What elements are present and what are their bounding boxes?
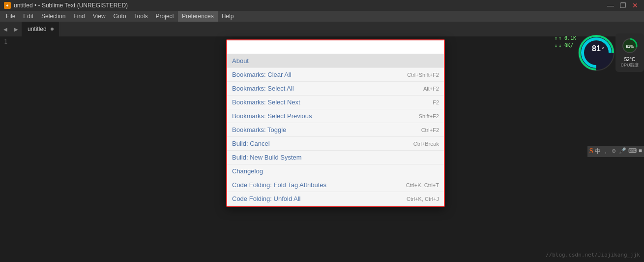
download-speed: ↓ 0K/	[558, 42, 573, 49]
menu-edit[interactable]: Edit	[19, 11, 37, 22]
menu-goto[interactable]: Goto	[110, 11, 130, 22]
menu-selection[interactable]: Selection	[37, 11, 69, 22]
cpu-temp: 52°C	[620, 57, 639, 62]
palette-item-label: Bookmarks: Select Previous	[232, 112, 312, 120]
palette-item-bookmarks-select-all[interactable]: Bookmarks: Select All Alt+F2	[227, 82, 444, 96]
ime-bar[interactable]: S 中 ， ☺ 🎤 ⌨ ■	[587, 146, 644, 157]
menu-find[interactable]: Find	[69, 11, 88, 22]
ime-icon-s[interactable]: S	[589, 147, 593, 156]
title-bar: ● untitled • - Sublime Text (UNREGISTERE…	[0, 0, 644, 11]
palette-item-code-unfold-all[interactable]: Code Folding: Unfold All Ctrl+K, Ctrl+J	[227, 192, 444, 206]
palette-item-shortcut: Ctrl+K, Ctrl+J	[407, 196, 439, 202]
palette-item-shortcut: Ctrl+Break	[413, 141, 439, 147]
tab-modified-indicator	[51, 28, 54, 31]
svg-text:81%: 81%	[626, 44, 634, 49]
down-arrow-icon: ↓	[555, 42, 557, 49]
menu-help[interactable]: Help	[218, 11, 238, 22]
menu-preferences[interactable]: Preferences	[178, 11, 218, 22]
svg-text:×: ×	[602, 45, 604, 50]
palette-item-label: Code Folding: Fold Tag Attributes	[232, 181, 326, 189]
palette-item-bookmarks-toggle[interactable]: Bookmarks: Toggle Ctrl+F2	[227, 123, 444, 137]
ime-icon-more[interactable]: ■	[639, 147, 642, 156]
tab-next-button[interactable]: ▶	[11, 22, 22, 36]
palette-item-shortcut: Alt+F2	[423, 86, 439, 92]
maximize-button[interactable]: ❐	[618, 1, 628, 9]
upload-speed: ↑ 0.1K	[558, 34, 576, 42]
tab-prev-button[interactable]: ◀	[0, 22, 11, 36]
blog-watermark: //blog.csdn.net/Jiajikang_jjk	[546, 252, 640, 258]
window-title: untitled • - Sublime Text (UNREGISTERED)	[14, 2, 128, 9]
ime-icon-punct[interactable]: ，	[603, 147, 609, 156]
ime-icon-mic[interactable]: 🎤	[619, 147, 626, 156]
title-bar-left: ● untitled • - Sublime Text (UNREGISTERE…	[4, 2, 128, 9]
minimize-button[interactable]: —	[605, 1, 616, 9]
menu-tools[interactable]: Tools	[130, 11, 152, 22]
app-icon: ●	[4, 2, 11, 9]
window-controls[interactable]: — ❐ ✕	[605, 1, 640, 9]
line-number: 1	[4, 38, 16, 45]
palette-search-input[interactable]	[231, 43, 440, 51]
palette-item-build-cancel[interactable]: Build: Cancel Ctrl+Break	[227, 137, 444, 151]
menu-bar: File Edit Selection Find View Goto Tools…	[0, 11, 644, 22]
line-numbers: 1	[0, 36, 20, 47]
palette-item-label: Bookmarks: Select Next	[232, 98, 300, 106]
palette-item-changelog[interactable]: Changelog	[227, 164, 444, 178]
palette-list: About Bookmarks: Clear All Ctrl+Shift+F2…	[227, 54, 444, 206]
palette-item-label: Build: New Build System	[232, 154, 302, 161]
cpu-label: CPU温度	[620, 62, 639, 68]
palette-item-label: Bookmarks: Clear All	[232, 71, 292, 78]
palette-item-label: About	[232, 57, 249, 65]
menu-project[interactable]: Project	[152, 11, 178, 22]
palette-item-bookmarks-select-next[interactable]: Bookmarks: Select Next F2	[227, 96, 444, 109]
ime-icon-chinese[interactable]: 中	[595, 147, 601, 156]
palette-item-shortcut: F2	[433, 99, 439, 105]
palette-item-build-new[interactable]: Build: New Build System	[227, 151, 444, 164]
palette-item-label: Changelog	[232, 167, 263, 175]
network-speed-widget: ↑ ↑ 0.1K ↓ ↓ 0K/	[554, 33, 577, 50]
palette-item-shortcut: Ctrl+Shift+F2	[407, 72, 439, 78]
menu-file[interactable]: File	[2, 11, 19, 22]
tab-bar: ◀ ▶ untitled	[0, 22, 644, 36]
palette-item-bookmarks-clear-all[interactable]: Bookmarks: Clear All Ctrl+Shift+F2	[227, 68, 444, 82]
close-button[interactable]: ✕	[630, 1, 640, 9]
tab-untitled[interactable]: untitled	[22, 22, 60, 36]
palette-item-about[interactable]: About	[227, 54, 444, 68]
gauge-widget: 81 ×	[577, 33, 615, 72]
palette-item-label: Code Folding: Unfold All	[232, 195, 300, 202]
svg-text:81: 81	[592, 44, 601, 53]
palette-item-shortcut: Shift+F2	[419, 113, 439, 119]
ime-icon-keyboard[interactable]: ⌨	[628, 147, 637, 156]
ime-icon-emoji[interactable]: ☺	[611, 147, 616, 156]
menu-view[interactable]: View	[89, 11, 110, 22]
palette-item-label: Bookmarks: Select All	[232, 85, 294, 92]
command-palette[interactable]: About Bookmarks: Clear All Ctrl+Shift+F2…	[226, 39, 445, 207]
palette-item-bookmarks-select-previous[interactable]: Bookmarks: Select Previous Shift+F2	[227, 109, 444, 123]
up-arrow-icon: ↑	[555, 34, 557, 42]
cpu-widget: 81% 52°C CPU温度	[615, 33, 644, 72]
palette-item-shortcut: Ctrl+F2	[421, 127, 439, 133]
palette-item-code-fold-tag[interactable]: Code Folding: Fold Tag Attributes Ctrl+K…	[227, 178, 444, 192]
cpu-gauge-circle: 81%	[621, 37, 639, 55]
palette-item-shortcut: Ctrl+K, Ctrl+T	[406, 182, 439, 188]
palette-search-container[interactable]	[227, 40, 444, 54]
tab-label: untitled	[28, 26, 47, 33]
palette-item-label: Build: Cancel	[232, 140, 270, 147]
palette-item-label: Bookmarks: Toggle	[232, 126, 286, 133]
